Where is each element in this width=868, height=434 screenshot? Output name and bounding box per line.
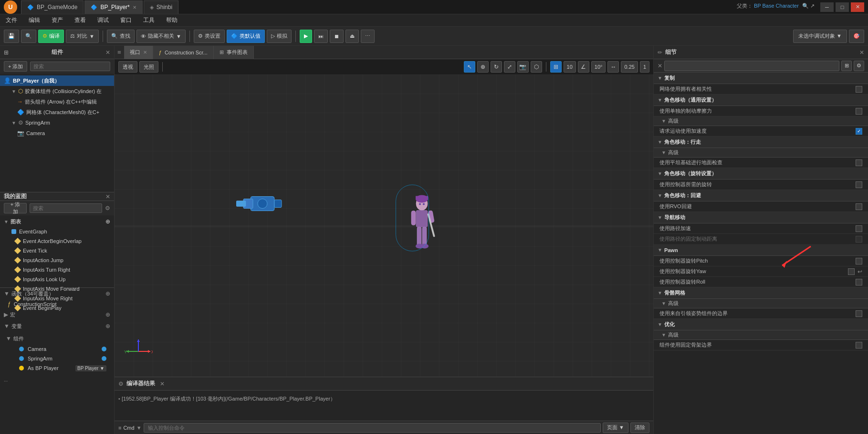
components-add-btn[interactable]: + 添加 bbox=[4, 61, 27, 72]
ctrl-roll-checkbox[interactable] bbox=[856, 279, 862, 286]
vp-translate-btn[interactable]: ⊕ bbox=[477, 61, 489, 73]
details-search-input[interactable]: use bbox=[664, 61, 839, 71]
event-jump[interactable]: InputAction Jump bbox=[4, 255, 114, 265]
console-close-btn[interactable]: ✕ bbox=[160, 381, 165, 387]
ctrl-yaw-undo-btn[interactable]: ↩ bbox=[858, 268, 862, 275]
event-tick[interactable]: Event Tick bbox=[4, 246, 114, 255]
menu-file[interactable]: 文件 bbox=[4, 15, 19, 25]
vp-scale-number[interactable]: 0.25 bbox=[621, 61, 638, 73]
use-bounds-checkbox[interactable] bbox=[856, 310, 862, 317]
class-defaults-btn[interactable]: 🔷 类默认值 bbox=[227, 30, 265, 43]
vp-rotate-btn[interactable]: ↻ bbox=[491, 61, 502, 73]
tree-item-bp-player[interactable]: 👤 BP_Player（自我） bbox=[0, 75, 114, 86]
vp-angle-btn[interactable]: ∠ bbox=[578, 61, 589, 73]
vp-lighting-btn[interactable]: 光照 bbox=[139, 61, 158, 73]
macro-add-btn[interactable]: ⊕ bbox=[105, 311, 110, 318]
opt-advanced-header[interactable]: ▼ 高级 bbox=[654, 330, 868, 340]
stop-btn[interactable]: ⏹ bbox=[330, 30, 344, 43]
menu-window[interactable]: 窗口 bbox=[118, 15, 134, 25]
section-optimization[interactable]: ▼ 优化 bbox=[654, 319, 868, 330]
graph-add-icon[interactable]: ⊕ bbox=[105, 218, 110, 225]
skeletal-advanced-header[interactable]: ▼ 高级 bbox=[654, 299, 868, 308]
asbpplayer-type-dropdown[interactable]: BP Player ▼ bbox=[75, 365, 106, 371]
vp-scale2-btn[interactable]: ↔ bbox=[607, 61, 619, 73]
clear-btn[interactable]: 清除 bbox=[630, 423, 649, 433]
ground-check-checkbox[interactable] bbox=[856, 159, 862, 166]
class-settings-btn[interactable]: ⚙ 类设置 bbox=[194, 30, 225, 43]
vp-scale-btn[interactable]: ⤢ bbox=[504, 61, 515, 73]
vp-angle-number[interactable]: 10° bbox=[591, 61, 606, 73]
tree-item-mesh[interactable]: 🔷 网格体 (CharacterMesh0) 在C+ bbox=[0, 107, 114, 117]
bp-settings-icon[interactable]: ⚙ bbox=[105, 205, 110, 212]
find-btn[interactable]: 🔍 bbox=[21, 30, 36, 43]
tree-item-collision[interactable]: ▼ ⬡ 胶囊体组件 (CollisionCylinder) 在 bbox=[0, 86, 114, 96]
tab-close-player[interactable]: ✕ bbox=[133, 5, 136, 10]
viewport-tab-viewport[interactable]: 视口 ✕ bbox=[124, 46, 153, 59]
close-btn[interactable]: ✕ bbox=[851, 2, 864, 12]
viewport-menu-btn[interactable]: ≡ bbox=[115, 49, 124, 56]
tree-item-arrow[interactable]: → 箭头组件 (Arrow) 在C++中编辑 bbox=[0, 96, 114, 107]
fixed-bounds-checkbox[interactable] bbox=[856, 342, 862, 349]
ctrl-pitch-checkbox[interactable] bbox=[856, 258, 862, 265]
functions-add-btn[interactable]: ⊕ bbox=[105, 290, 110, 297]
menu-edit[interactable]: 编辑 bbox=[27, 15, 42, 25]
var-asbpplayer[interactable]: As BP Player BP Player ▼ bbox=[0, 363, 114, 373]
graph-section-header[interactable]: ▼ 图表 ⊕ bbox=[0, 216, 114, 227]
play-btn[interactable]: ▶ bbox=[300, 30, 312, 43]
diff-btn[interactable]: ⚖ 对比 ▼ bbox=[66, 30, 99, 43]
details-close-btn[interactable]: ✕ bbox=[859, 49, 864, 56]
components-close-btn[interactable]: ✕ bbox=[105, 49, 110, 56]
maximize-btn[interactable]: □ bbox=[836, 2, 849, 12]
variables-section-header[interactable]: ▼ 变量 ⊕ bbox=[0, 320, 114, 332]
menu-debug[interactable]: 调试 bbox=[95, 15, 111, 25]
search-parent-icon[interactable]: 🔍 bbox=[802, 3, 809, 9]
step-btn[interactable]: ⏭ bbox=[314, 30, 328, 43]
tab-shinbi[interactable]: ◈ Shinbi bbox=[144, 0, 178, 14]
vp-num-field[interactable]: 1 bbox=[640, 61, 649, 73]
vp-cursor-btn[interactable]: ↖ bbox=[464, 61, 475, 73]
more-btn[interactable]: ⋯ bbox=[361, 30, 375, 43]
browse-parent-icon[interactable]: ↗ bbox=[810, 3, 815, 9]
hide-btn[interactable]: 👁 隐藏不相关 ▼ bbox=[136, 30, 186, 43]
save-btn[interactable]: 💾 bbox=[4, 30, 19, 43]
graph-item-eventgraph[interactable]: EventGraph bbox=[0, 227, 114, 236]
simulate-btn[interactable]: ▷ 模拟 bbox=[267, 30, 292, 43]
component-vars-header[interactable]: ▼ 组件 bbox=[0, 333, 114, 344]
debug-object-dropdown[interactable]: 未选中调试对象 ▼ bbox=[793, 30, 847, 43]
vp-camera-btn[interactable]: 📷 bbox=[517, 61, 529, 73]
vp-grid-number[interactable]: 10 bbox=[564, 61, 576, 73]
components-search-input[interactable] bbox=[30, 62, 110, 71]
eject-btn[interactable]: ⏏ bbox=[345, 30, 359, 43]
menu-view[interactable]: 查看 bbox=[73, 15, 88, 25]
path-accel-checkbox[interactable] bbox=[856, 225, 862, 232]
event-lookup[interactable]: InputAxis Look Up bbox=[4, 275, 114, 284]
tab-gamemode[interactable]: 🔷 BP_GameMode bbox=[21, 0, 84, 14]
section-rotation[interactable]: ▼ 角色移动（旋转设置） bbox=[654, 168, 868, 180]
viewport-tab-close[interactable]: ✕ bbox=[143, 50, 147, 55]
section-walking[interactable]: ▼ 角色移动：行走 bbox=[654, 137, 868, 148]
find-label-btn[interactable]: 🔍 查找 bbox=[107, 30, 135, 43]
vp-grid-btn[interactable]: ⊞ bbox=[550, 61, 562, 73]
bp-add-btn[interactable]: + 添加 bbox=[4, 203, 27, 213]
minimize-btn[interactable]: ─ bbox=[820, 2, 834, 12]
debug-icon-btn[interactable]: 🎯 bbox=[849, 30, 864, 43]
section-avoidance[interactable]: ▼ 角色移动：回避 bbox=[654, 190, 868, 201]
request-accel-checkbox[interactable] bbox=[856, 128, 862, 135]
bp-close-btn[interactable]: ✕ bbox=[105, 193, 110, 200]
net-relevancy-checkbox[interactable] bbox=[856, 86, 862, 93]
tree-item-springarm[interactable]: ▼ ⚙ SpringArm bbox=[0, 117, 114, 128]
details-grid-btn[interactable]: ⊞ bbox=[841, 61, 852, 71]
vp-mesh-btn[interactable]: ⬡ bbox=[531, 61, 542, 73]
menu-tools[interactable]: 工具 bbox=[141, 15, 157, 25]
walking-advanced-header[interactable]: ▼ 高级 bbox=[654, 148, 868, 158]
section-skeletal-mesh[interactable]: ▼ 骨骼网格 bbox=[654, 287, 868, 299]
details-clear-search-icon[interactable]: ✕ bbox=[658, 63, 662, 69]
section-char-movement[interactable]: ▼ 角色移动（通用设置） bbox=[654, 95, 868, 106]
event-turnright[interactable]: InputAxis Turn Right bbox=[4, 265, 114, 275]
ctrl-rotation-checkbox[interactable] bbox=[856, 181, 862, 188]
viewport-tab-eventgraph[interactable]: ⊞ 事件图表 bbox=[214, 46, 254, 59]
section-pawn[interactable]: ▼ Pawn bbox=[654, 244, 868, 256]
details-settings-btn[interactable]: ⚙ bbox=[854, 61, 864, 71]
section-nav[interactable]: ▼ 导航移动 bbox=[654, 212, 868, 223]
bp-search-input[interactable] bbox=[30, 203, 102, 213]
